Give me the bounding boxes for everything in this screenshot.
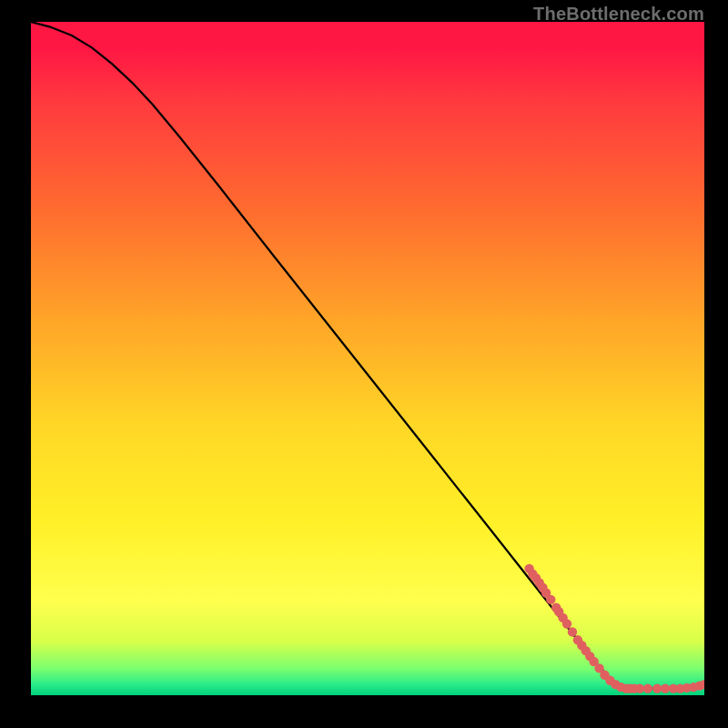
points-layer bbox=[31, 22, 704, 695]
data-point bbox=[652, 683, 662, 693]
data-point bbox=[635, 683, 644, 693]
chart-stage: TheBottleneck.com bbox=[0, 0, 728, 728]
data-point bbox=[568, 627, 577, 636]
data-point bbox=[562, 619, 571, 628]
data-point bbox=[661, 683, 670, 693]
data-points-group bbox=[524, 564, 704, 693]
data-point bbox=[546, 595, 555, 604]
data-point bbox=[643, 683, 652, 693]
plot-area bbox=[31, 22, 704, 695]
